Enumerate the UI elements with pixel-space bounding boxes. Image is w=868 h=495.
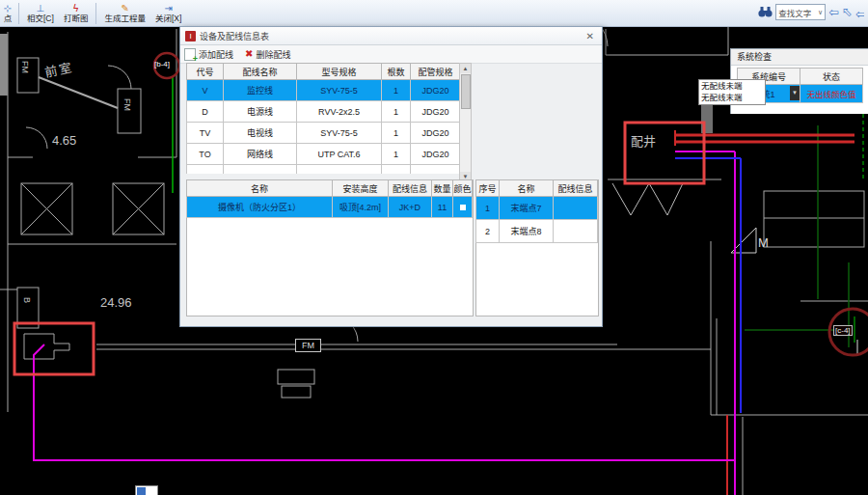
callout-ref-bottom: [c-4] (833, 325, 853, 336)
column-header[interactable]: 配线信息 (389, 180, 432, 197)
find-next-button[interactable]: ⇦ (839, 4, 855, 20)
endpoint-table-container: 序号 名称 配线信息 1 末端点7 2 末端点8 (475, 179, 599, 316)
highlight-box-camera (14, 323, 94, 374)
table-row[interactable]: V 监控线 SYV-75-5 1 JDG20 (187, 80, 461, 101)
delete-wire-icon: ✖ (245, 49, 253, 59)
wire-table-scrollbar[interactable]: ▲ ▼ (459, 63, 472, 182)
dimension-label: 24.96 (100, 295, 132, 310)
delete-wire-button[interactable]: ✖ 删除配线 (245, 48, 290, 61)
device-table-header: 名称 安装高度 配线信息 数量 颜色 (187, 180, 473, 197)
column-header[interactable]: 根数 (382, 64, 411, 80)
app-icon: I (185, 31, 196, 41)
break-icon: ϟ (73, 3, 78, 14)
scroll-up-icon[interactable]: ▲ (460, 64, 471, 73)
column-header[interactable]: 代号 (187, 64, 224, 80)
close-tool-button[interactable]: ⇥ 关闭[X] (150, 1, 186, 26)
node-icon: ⊹ (4, 3, 12, 14)
column-header[interactable]: 序号 (476, 180, 500, 197)
table-row[interactable]: D 电源线 RVV-2x2.5 1 JDG20 (187, 101, 461, 123)
close-tool-icon: ⇥ (164, 3, 172, 14)
status-tooltip: 无配线未端 无配线末端 (698, 79, 766, 105)
main-toolbar: ⊹ 点 ⊥ 相交[C] ϟ 打断图 ✎ 生成工程量 ⇥ 关闭[X] 查找文字 ∨… (0, 0, 868, 27)
fm-door-label: FM (20, 61, 30, 73)
break-button[interactable]: ϟ 打断图 (59, 1, 94, 26)
toolbar-separator (95, 3, 96, 24)
column-header[interactable]: 安装高度 (333, 180, 389, 197)
callout-ref-top: [b-4] (154, 60, 170, 69)
dialog-toolbar: 添加配线 ✖ 删除配线 (180, 45, 602, 64)
device-symbol-label: B (22, 297, 32, 303)
quantity-icon: ✎ (121, 3, 128, 14)
column-header[interactable]: 颜色 (453, 180, 473, 197)
system-dropdown-button[interactable]: ▼ (790, 86, 800, 100)
wiring-info-dialog: I 设备及配线信息表 ✕ 添加配线 ✖ 删除配线 代号 配线名称 型号规格 根数… (179, 26, 603, 327)
table-row[interactable]: 摄像机（防火分区1） 吸顶[4.2m] JK+D 11 (187, 197, 473, 218)
tooltip-line: 无配线未端 (701, 80, 763, 92)
toolbar-overflow-icon[interactable]: ⇦ (855, 5, 864, 19)
fm-valve-label: FM (295, 339, 321, 352)
find-text-cluster: 查找文字 ∨ ⇦ ⇦ ⇦ (758, 4, 864, 20)
generate-quantity-button[interactable]: ✎ 生成工程量 (99, 1, 150, 26)
add-wire-button[interactable]: 添加配线 (184, 48, 233, 61)
find-text-value: 查找文字 (778, 7, 818, 18)
scrollbar-thumb[interactable] (461, 74, 471, 109)
toolbar-button-partial[interactable]: ⊹ 点 (0, 1, 15, 26)
dialog-close-button[interactable]: ✕ (583, 31, 597, 41)
wire-table: 代号 配线名称 型号规格 根数 配管规格 V 监控线 SYV-75-5 1 JD… (186, 63, 461, 174)
find-prev-button[interactable]: ⇦ (828, 6, 839, 18)
endpoint-table-header: 序号 名称 配线信息 (476, 180, 598, 197)
toolbar-separator (18, 3, 19, 24)
column-header[interactable]: 配线名称 (224, 64, 297, 80)
column-header[interactable]: 状态 (800, 69, 863, 85)
dialog-title: 设备及配线信息表 (200, 30, 583, 42)
shaft-label: 配井 (631, 131, 656, 150)
tooltip-line: 无配线末端 (701, 92, 763, 103)
device-table-container: 名称 安装高度 配线信息 数量 颜色 摄像机（防火分区1） 吸顶[4.2m] J… (186, 179, 474, 316)
dialog-titlebar[interactable]: I 设备及配线信息表 ✕ (180, 27, 602, 45)
wire-route-magenta (34, 344, 735, 460)
column-header[interactable]: 名称 (187, 180, 333, 197)
table-row[interactable]: TO 网络线 UTP CAT.6 1 JDG20 (187, 144, 461, 165)
table-row[interactable]: TV 电视线 SYV-75-5 1 JDG20 (187, 123, 461, 144)
table-row[interactable] (187, 165, 461, 175)
color-swatch (460, 205, 466, 210)
table-row[interactable]: 2 末端点8 (476, 220, 598, 243)
add-wire-icon (184, 48, 196, 61)
column-header[interactable]: 型号规格 (297, 64, 382, 80)
wire-table-container: 代号 配线名称 型号规格 根数 配管规格 V 监控线 SYV-75-5 1 JD… (186, 63, 472, 174)
binoculars-icon (758, 6, 773, 18)
find-text-combobox[interactable]: 查找文字 ∨ (775, 4, 826, 20)
column-header[interactable]: 数量 (432, 180, 453, 197)
column-header[interactable]: 名称 (500, 180, 554, 197)
intersect-button[interactable]: ⊥ 相交[C] (22, 1, 59, 26)
table-row[interactable]: 1 末端点7 (476, 197, 598, 220)
mini-widget-icon (137, 487, 146, 495)
column-header[interactable]: 配管规格 (411, 64, 461, 80)
intersect-icon: ⊥ (37, 3, 45, 14)
endpoint-table: 序号 名称 配线信息 1 末端点7 2 末端点8 (475, 179, 598, 243)
chevron-down-icon: ∨ (818, 9, 823, 16)
column-header[interactable]: 配线信息 (554, 180, 598, 197)
mini-widget[interactable] (135, 485, 158, 495)
fm-door-label: FM (122, 98, 132, 111)
status-badge: 无出线颜色值 (800, 85, 863, 103)
motor-label: M (758, 235, 769, 250)
device-table: 名称 安装高度 配线信息 数量 颜色 摄像机（防火分区1） 吸顶[4.2m] J… (186, 179, 473, 218)
tab-system-check[interactable]: 系统检查 (731, 49, 868, 66)
dimension-label: 4.65 (52, 133, 76, 148)
wire-table-header: 代号 配线名称 型号规格 根数 配管规格 (187, 64, 461, 80)
